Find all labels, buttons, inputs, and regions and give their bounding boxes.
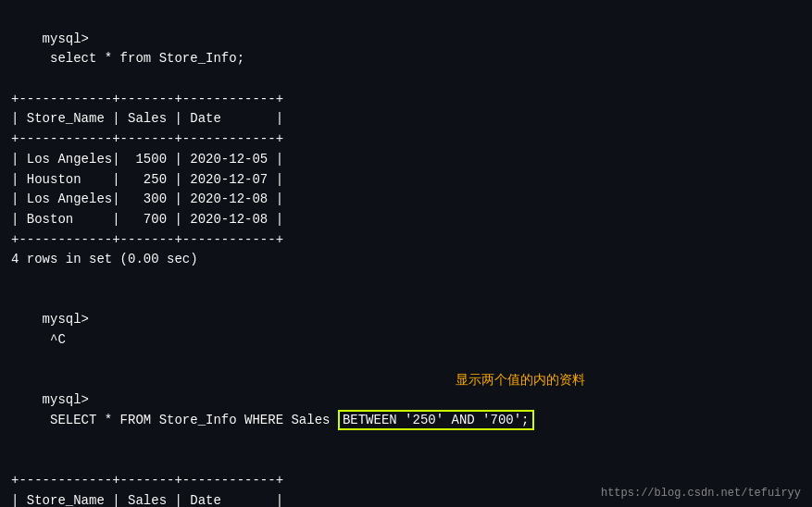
terminal: mysql> select * from Store_Info; +------…	[0, 0, 812, 507]
prompt1: mysql>	[43, 31, 89, 46]
command1: select * from Store_Info;	[43, 51, 244, 66]
query1-line: mysql> select * from Store_Info;	[11, 9, 801, 90]
ctrl-c: ^C	[43, 332, 66, 347]
table1-row1: | Los Angeles| 1500 | 2020-12-05 |	[11, 150, 801, 170]
table1-row2: | Houston | 250 | 2020-12-07 |	[11, 170, 801, 191]
table1-border-bot: +------------+-------+------------+	[11, 230, 801, 251]
empty-line1	[11, 270, 801, 291]
prompt3: mysql>	[43, 392, 89, 407]
between-highlight: BETWEEN '250' AND '700';	[338, 410, 534, 430]
prompt2: mysql>	[43, 312, 89, 327]
chinese-note: 显示两个值的内的资料	[456, 370, 585, 390]
query3-line: mysql> SELECT * FROM Store_Info WHERE Sa…	[11, 370, 801, 470]
result1: 4 rows in set (0.00 sec)	[11, 250, 801, 270]
ctrl-c-line: mysql> ^C	[11, 291, 801, 371]
table1-border-mid: +------------+-------+------------+	[11, 130, 801, 150]
table1-row4: | Boston | 700 | 2020-12-08 |	[11, 210, 801, 230]
watermark: https://blog.csdn.net/tefuiryy	[601, 487, 801, 500]
table1-border-top: +------------+-------+------------+	[11, 90, 801, 110]
query3-prefix: SELECT * FROM Store_Info WHERE Sales	[43, 413, 338, 427]
table1-header: | Store_Name | Sales | Date |	[11, 109, 801, 130]
table1-row3: | Los Angeles| 300 | 2020-12-08 |	[11, 190, 801, 210]
